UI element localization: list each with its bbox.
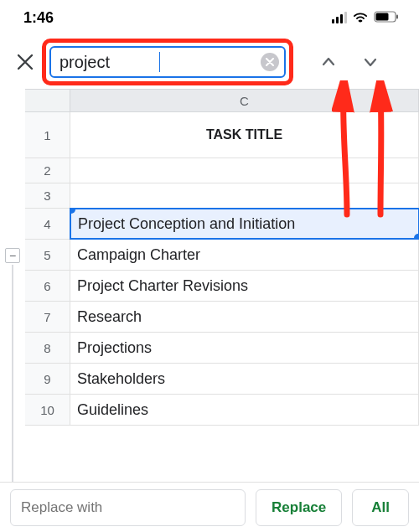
table-row[interactable]: 5Campaign Charter: [25, 240, 419, 271]
column-title-cell[interactable]: TASK TITLE: [70, 112, 419, 158]
replace-all-button[interactable]: All: [352, 489, 409, 526]
table-row[interactable]: 10Guidelines: [25, 395, 419, 426]
data-cell[interactable]: Campaign Charter: [70, 240, 419, 270]
svg-rect-1: [376, 13, 389, 20]
spreadsheet[interactable]: − C 1TASK TITLE234Project Conception and…: [0, 89, 419, 426]
data-cell[interactable]: Projections: [70, 333, 419, 363]
close-find-button[interactable]: [8, 45, 42, 79]
wifi-icon: [352, 9, 369, 27]
selection-handle-icon[interactable]: [414, 234, 419, 240]
table-row[interactable]: 6Project Charter Revisions: [25, 271, 419, 302]
row-number[interactable]: 4: [25, 209, 70, 239]
data-cell[interactable]: [70, 158, 419, 183]
row-number[interactable]: 10: [25, 395, 70, 425]
find-highlight-annotation: project: [42, 39, 293, 85]
data-cell[interactable]: [70, 183, 419, 208]
table-row[interactable]: 4Project Conception and Initiation: [25, 209, 419, 240]
table-row[interactable]: 7Research: [25, 302, 419, 333]
row-number[interactable]: 3: [25, 183, 70, 208]
row-number[interactable]: 8: [25, 333, 70, 363]
status-time: 1:46: [23, 9, 54, 27]
data-cell[interactable]: Stakeholders: [70, 364, 419, 394]
data-cell[interactable]: Guidelines: [70, 395, 419, 425]
table-row[interactable]: 1TASK TITLE: [25, 112, 419, 158]
clear-search-button[interactable]: [261, 53, 279, 71]
column-header-row: C: [25, 89, 419, 112]
text-caret: [159, 52, 161, 72]
selection-handle-icon[interactable]: [70, 208, 75, 214]
table-row[interactable]: 3: [25, 183, 419, 209]
find-input[interactable]: project: [59, 53, 160, 72]
table-row[interactable]: 8Projections: [25, 333, 419, 364]
row-number[interactable]: 9: [25, 364, 70, 394]
status-bar: 1:46: [0, 0, 419, 35]
data-cell[interactable]: Project Conception and Initiation: [70, 208, 419, 240]
status-indicators: [332, 9, 399, 27]
cellular-icon: [332, 12, 347, 23]
data-cell[interactable]: Research: [70, 302, 419, 332]
find-next-button[interactable]: [354, 45, 387, 79]
table-row[interactable]: 9Stakeholders: [25, 364, 419, 395]
replace-toolbar: Replace All: [0, 482, 419, 532]
row-number[interactable]: 7: [25, 302, 70, 332]
collapse-group-button[interactable]: −: [5, 248, 20, 263]
group-line: [12, 265, 13, 483]
row-number[interactable]: 6: [25, 271, 70, 301]
battery-icon: [374, 9, 399, 27]
row-number[interactable]: 1: [25, 112, 70, 158]
replace-input[interactable]: [10, 489, 246, 526]
replace-button[interactable]: Replace: [256, 489, 342, 526]
group-gutter: −: [0, 89, 25, 426]
find-input-wrapper[interactable]: project: [49, 46, 286, 78]
data-cell[interactable]: Project Charter Revisions: [70, 271, 419, 301]
table-row[interactable]: 2: [25, 158, 419, 183]
corner-cell[interactable]: [25, 90, 70, 111]
svg-rect-2: [396, 14, 398, 18]
find-toolbar: project: [0, 35, 419, 89]
row-number[interactable]: 5: [25, 240, 70, 270]
column-header-c[interactable]: C: [70, 90, 419, 111]
find-previous-button[interactable]: [312, 45, 345, 79]
row-number[interactable]: 2: [25, 158, 70, 183]
